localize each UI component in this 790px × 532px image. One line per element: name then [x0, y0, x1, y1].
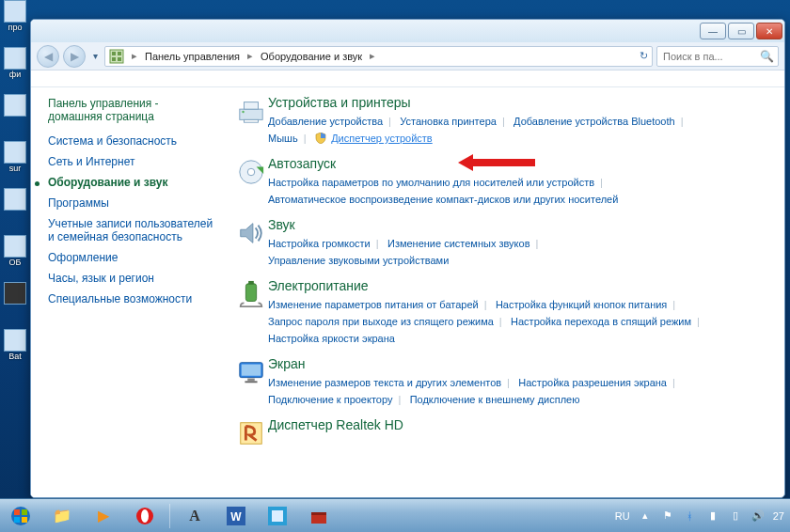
- section-display: Экран Изменение размеров текста и других…: [234, 356, 775, 408]
- nav-back-button[interactable]: ◀: [37, 45, 59, 68]
- sidebar-item-network[interactable]: Сеть и Интернет: [48, 155, 219, 168]
- desktop-icon[interactable]: [3, 282, 27, 320]
- taskbar-word[interactable]: W: [218, 502, 254, 530]
- desktop-icons-column: про фи sur ОБ Bat: [3, 0, 29, 376]
- link-power-buttons[interactable]: Настройка функций кнопок питания: [496, 299, 667, 310]
- desktop-icon[interactable]: фи: [3, 47, 27, 85]
- svg-rect-23: [14, 517, 20, 523]
- window-titlebar[interactable]: — ▭ ✕: [31, 20, 784, 42]
- sidebar-home-link[interactable]: Панель управления - домашняя страница: [48, 97, 219, 123]
- link-battery-settings[interactable]: Изменение параметров питания от батарей: [268, 299, 479, 310]
- link-autoplay-cd[interactable]: Автоматическое воспроизведение компакт-д…: [268, 194, 618, 205]
- nav-history-dropdown[interactable]: ▾: [89, 51, 101, 61]
- tray-show-hidden-icon[interactable]: ▴: [638, 509, 653, 524]
- control-panel-icon: [109, 49, 124, 64]
- devices-printers-icon: [234, 95, 268, 147]
- sidebar-item-appearance[interactable]: Оформление: [48, 251, 219, 264]
- desktop-icon[interactable]: sur: [3, 141, 27, 179]
- desktop-icon[interactable]: Bat: [3, 329, 27, 367]
- sound-icon: [234, 217, 268, 269]
- maximize-button[interactable]: ▭: [728, 23, 754, 39]
- taskbar-explorer[interactable]: 📁: [44, 502, 80, 530]
- section-links: Изменение параметров питания от батарей|…: [268, 296, 775, 347]
- tray-date-fragment[interactable]: 27: [773, 510, 784, 522]
- taskbar-mediaplayer[interactable]: ▶: [86, 502, 121, 530]
- section-sound: Звук Настройка громкости| Изменение сист…: [234, 217, 775, 269]
- taskbar-app-a[interactable]: A: [177, 502, 213, 530]
- sidebar-item-hardware-sound[interactable]: Оборудование и звук: [48, 176, 219, 189]
- tray-flag-icon[interactable]: ⚑: [660, 509, 675, 524]
- link-require-password[interactable]: Запрос пароля при выходе из спящего режи…: [268, 316, 494, 327]
- breadcrumb[interactable]: ▸ Панель управления ▸ Оборудование и зву…: [104, 46, 653, 67]
- svg-rect-13: [245, 284, 256, 302]
- section-title[interactable]: Устройства и принтеры: [268, 95, 775, 110]
- link-system-sounds[interactable]: Изменение системных звуков: [387, 238, 530, 249]
- language-indicator[interactable]: RU: [615, 510, 630, 522]
- refresh-icon[interactable]: ↻: [640, 50, 648, 62]
- section-title[interactable]: Электропитание: [268, 278, 775, 293]
- link-volume[interactable]: Настройка громкости: [268, 238, 371, 249]
- taskbar-opera[interactable]: [127, 502, 163, 530]
- taskbar-app-toolbox[interactable]: [301, 502, 337, 530]
- link-projector[interactable]: Подключение к проектору: [268, 394, 392, 405]
- chevron-right-icon: ▸: [247, 50, 253, 62]
- link-mouse[interactable]: Мышь: [268, 133, 298, 144]
- desktop-icon[interactable]: ОБ: [3, 235, 27, 273]
- sidebar-home-line: домашняя страница: [48, 110, 154, 123]
- link-add-printer[interactable]: Установка принтера: [400, 116, 497, 127]
- svg-rect-7: [245, 119, 259, 122]
- display-icon: [234, 356, 268, 408]
- tray-battery-icon[interactable]: ▯: [728, 509, 743, 524]
- section-realtek: Диспетчер Realtek HD: [234, 417, 775, 447]
- link-manage-audio[interactable]: Управление звуковыми устройствами: [268, 255, 449, 266]
- desktop-icon[interactable]: [3, 94, 27, 132]
- svg-rect-1: [112, 52, 116, 55]
- nav-forward-button[interactable]: ▶: [63, 45, 86, 68]
- svg-rect-18: [245, 381, 257, 383]
- svg-rect-30: [272, 510, 283, 522]
- start-button[interactable]: [3, 502, 39, 530]
- tray-volume-icon[interactable]: 🔊: [750, 509, 766, 524]
- sidebar-item-programs[interactable]: Программы: [48, 196, 219, 210]
- desktop-icon[interactable]: про: [3, 0, 27, 38]
- section-title[interactable]: Экран: [268, 356, 775, 371]
- taskbar[interactable]: 📁 ▶ A W RU ▴ ⚑ ᚼ ▮ ▯ 🔊 27: [0, 498, 790, 532]
- sidebar-item-clock-region[interactable]: Часы, язык и регион: [48, 272, 219, 285]
- link-external-display[interactable]: Подключение к внешнему дисплею: [410, 394, 580, 405]
- sidebar-item-user-accounts[interactable]: Учетные записи пользователей и семейная …: [48, 217, 219, 243]
- section-power: Электропитание Изменение параметров пита…: [234, 278, 775, 347]
- search-input[interactable]: [661, 50, 760, 63]
- svg-rect-32: [311, 512, 326, 515]
- link-brightness[interactable]: Настройка яркости экрана: [268, 333, 395, 344]
- section-links: Добавление устройства| Установка принтер…: [268, 113, 775, 147]
- link-resolution[interactable]: Настройка разрешения экрана: [518, 377, 667, 388]
- svg-rect-31: [311, 514, 326, 524]
- tray-network-icon[interactable]: ▮: [705, 509, 720, 524]
- section-devices-printers: Устройства и принтеры Добавление устройс…: [234, 95, 775, 147]
- sidebar-item-ease-of-access[interactable]: Специальные возможности: [48, 292, 219, 305]
- tray-bluetooth-icon[interactable]: ᚼ: [683, 509, 698, 524]
- close-button[interactable]: ✕: [756, 23, 782, 39]
- svg-rect-2: [118, 52, 121, 55]
- minimize-button[interactable]: —: [700, 23, 726, 39]
- taskbar-app[interactable]: [260, 502, 295, 530]
- annotation-arrow: [458, 154, 535, 171]
- chevron-right-icon: ▸: [370, 50, 375, 62]
- sidebar: Панель управления - домашняя страница Си…: [31, 87, 227, 497]
- link-device-manager[interactable]: Диспетчер устройств: [331, 133, 433, 144]
- power-icon: [234, 278, 268, 347]
- desktop-icon[interactable]: [3, 188, 27, 226]
- section-title[interactable]: Диспетчер Realtek HD: [268, 417, 775, 432]
- section-links: Настройка громкости| Изменение системных…: [268, 235, 775, 269]
- link-sleep-settings[interactable]: Настройка перехода в спящий режим: [511, 316, 691, 327]
- sidebar-item-system[interactable]: Система и безопасность: [48, 134, 219, 148]
- breadcrumb-segment[interactable]: Панель управления: [141, 49, 244, 64]
- search-box[interactable]: 🔍: [656, 46, 779, 67]
- link-add-bluetooth[interactable]: Добавление устройства Bluetooth: [514, 116, 675, 127]
- breadcrumb-segment[interactable]: Оборудование и звук: [257, 49, 366, 64]
- section-title[interactable]: Звук: [268, 217, 775, 232]
- svg-point-8: [242, 111, 244, 113]
- link-add-device[interactable]: Добавление устройства: [268, 116, 383, 127]
- link-autoplay-defaults[interactable]: Настройка параметров по умолчанию для но…: [268, 177, 594, 188]
- link-text-size[interactable]: Изменение размеров текста и других элеме…: [268, 377, 501, 388]
